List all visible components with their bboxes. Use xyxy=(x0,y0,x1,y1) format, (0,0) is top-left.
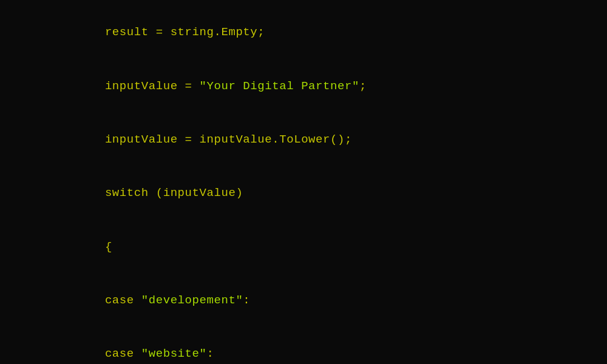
code-colon: : xyxy=(243,294,250,307)
code-line-8: case "website": xyxy=(76,328,589,364)
code-text: result = string.Empty; xyxy=(105,25,265,39)
code-line-5: switch (inputValue) xyxy=(76,167,589,220)
code-punct: ; xyxy=(359,79,367,93)
code-line-7: case "developement": xyxy=(76,274,589,328)
code-editor: result = string.Empty; inputValue = "You… xyxy=(0,0,607,364)
keyword-case: case xyxy=(105,294,141,307)
code-line-2: inputValue = "Your Digital Partner"; xyxy=(76,59,589,113)
code-string: "Your Digital Partner" xyxy=(200,79,359,93)
case-string: "website" xyxy=(141,347,207,360)
code-text: inputValue = inputValue.ToLower(); xyxy=(105,133,352,146)
keyword-switch: switch xyxy=(105,186,149,200)
code-line-1: result = string.Empty; xyxy=(76,6,589,59)
code-text: { xyxy=(105,240,112,254)
code-colon: : xyxy=(207,347,214,360)
code-plain: (inputValue) xyxy=(149,186,243,200)
keyword-case: case xyxy=(105,347,141,360)
code-plain: inputValue = xyxy=(105,79,200,93)
case-string: "developement" xyxy=(141,294,243,307)
code-line-6: { xyxy=(76,220,589,274)
code-line-3: inputValue = inputValue.ToLower(); xyxy=(76,113,589,167)
